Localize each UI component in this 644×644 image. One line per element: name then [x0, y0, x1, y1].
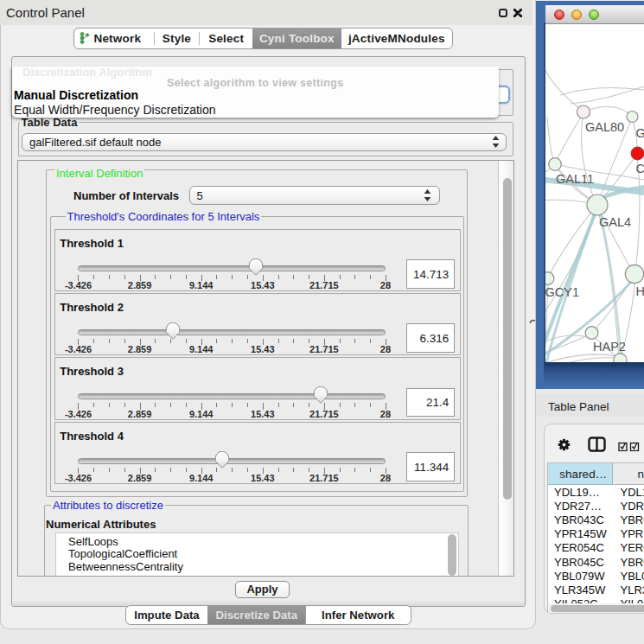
- svg-text:GAL4: GAL4: [599, 215, 631, 229]
- svg-text:C: C: [636, 162, 644, 175]
- svg-text:GCY1: GCY1: [545, 285, 579, 299]
- svg-text:HAP2: HAP2: [593, 340, 626, 354]
- svg-text:GAL11: GAL11: [556, 172, 594, 186]
- svg-text:GAL80: GAL80: [585, 120, 624, 134]
- svg-text:H: H: [636, 284, 644, 298]
- svg-text:GA: GA: [636, 126, 644, 140]
